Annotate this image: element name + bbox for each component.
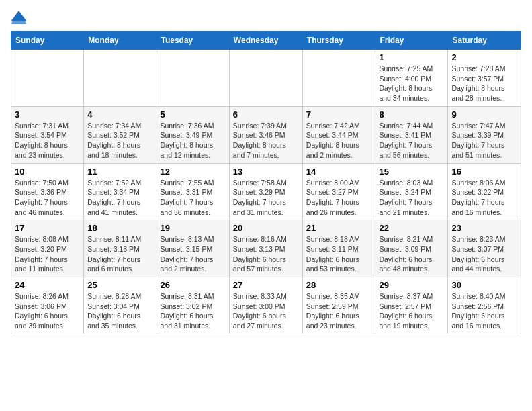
- day-cell: 6Sunrise: 7:39 AM Sunset: 3:46 PM Daylig…: [229, 106, 302, 163]
- day-info: Sunrise: 8:28 AM Sunset: 3:04 PM Dayligh…: [87, 291, 152, 331]
- day-info: Sunrise: 7:50 AM Sunset: 3:36 PM Dayligh…: [15, 178, 80, 218]
- day-number: 2: [451, 52, 517, 62]
- day-cell: 25Sunrise: 8:28 AM Sunset: 3:04 PM Dayli…: [84, 277, 157, 334]
- day-cell: 20Sunrise: 8:16 AM Sunset: 3:13 PM Dayli…: [229, 220, 302, 277]
- day-info: Sunrise: 7:55 AM Sunset: 3:31 PM Dayligh…: [161, 178, 226, 218]
- svg-marker-1: [11, 16, 26, 24]
- day-info: Sunrise: 8:31 AM Sunset: 3:02 PM Dayligh…: [161, 291, 226, 331]
- day-cell: [157, 50, 229, 107]
- day-number: 29: [379, 280, 444, 290]
- day-info: Sunrise: 7:52 AM Sunset: 3:34 PM Dayligh…: [87, 178, 152, 218]
- day-cell: 21Sunrise: 8:18 AM Sunset: 3:11 PM Dayli…: [302, 220, 375, 277]
- day-info: Sunrise: 8:21 AM Sunset: 3:09 PM Dayligh…: [379, 234, 444, 274]
- column-header-sunday: Sunday: [11, 32, 84, 50]
- day-number: 26: [161, 280, 226, 290]
- day-cell: 22Sunrise: 8:21 AM Sunset: 3:09 PM Dayli…: [375, 220, 448, 277]
- day-cell: 29Sunrise: 8:37 AM Sunset: 2:57 PM Dayli…: [375, 277, 448, 334]
- day-info: Sunrise: 7:47 AM Sunset: 3:39 PM Dayligh…: [451, 121, 517, 161]
- day-info: Sunrise: 8:08 AM Sunset: 3:20 PM Dayligh…: [15, 234, 80, 274]
- page-header: [11, 11, 521, 24]
- day-number: 7: [306, 109, 372, 120]
- day-cell: 12Sunrise: 7:55 AM Sunset: 3:31 PM Dayli…: [157, 163, 229, 220]
- column-header-friday: Friday: [375, 32, 448, 50]
- day-number: 21: [306, 223, 372, 233]
- day-cell: 24Sunrise: 8:26 AM Sunset: 3:06 PM Dayli…: [11, 277, 84, 334]
- day-info: Sunrise: 8:37 AM Sunset: 2:57 PM Dayligh…: [379, 291, 444, 331]
- day-cell: 11Sunrise: 7:52 AM Sunset: 3:34 PM Dayli…: [84, 163, 157, 220]
- day-info: Sunrise: 8:40 AM Sunset: 2:56 PM Dayligh…: [451, 291, 517, 331]
- day-cell: 15Sunrise: 8:03 AM Sunset: 3:24 PM Dayli…: [375, 163, 448, 220]
- day-number: 16: [451, 167, 517, 177]
- day-cell: [302, 50, 375, 107]
- day-info: Sunrise: 8:26 AM Sunset: 3:06 PM Dayligh…: [15, 291, 80, 331]
- day-cell: 10Sunrise: 7:50 AM Sunset: 3:36 PM Dayli…: [11, 163, 84, 220]
- day-cell: [11, 50, 84, 107]
- day-info: Sunrise: 7:31 AM Sunset: 3:54 PM Dayligh…: [15, 121, 80, 161]
- day-info: Sunrise: 7:36 AM Sunset: 3:49 PM Dayligh…: [161, 121, 226, 161]
- day-number: 27: [233, 280, 299, 290]
- calendar-table: SundayMondayTuesdayWednesdayThursdayFrid…: [11, 31, 521, 334]
- day-info: Sunrise: 7:44 AM Sunset: 3:41 PM Dayligh…: [379, 121, 444, 161]
- day-number: 10: [15, 167, 80, 177]
- day-cell: 3Sunrise: 7:31 AM Sunset: 3:54 PM Daylig…: [11, 106, 84, 163]
- day-number: 19: [161, 223, 226, 233]
- day-number: 12: [161, 167, 226, 177]
- week-row-1: 1Sunrise: 7:25 AM Sunset: 4:00 PM Daylig…: [11, 50, 521, 107]
- day-number: 8: [379, 109, 444, 120]
- day-cell: 14Sunrise: 8:00 AM Sunset: 3:27 PM Dayli…: [302, 163, 375, 220]
- day-number: 6: [233, 109, 299, 120]
- day-cell: 4Sunrise: 7:34 AM Sunset: 3:52 PM Daylig…: [84, 106, 157, 163]
- day-number: 30: [451, 280, 517, 290]
- day-number: 1: [379, 52, 444, 62]
- day-number: 23: [451, 223, 517, 233]
- day-info: Sunrise: 8:23 AM Sunset: 3:07 PM Dayligh…: [451, 234, 517, 274]
- day-number: 18: [87, 223, 152, 233]
- day-cell: 26Sunrise: 8:31 AM Sunset: 3:02 PM Dayli…: [157, 277, 229, 334]
- calendar-header-row: SundayMondayTuesdayWednesdayThursdayFrid…: [11, 32, 521, 50]
- day-cell: 18Sunrise: 8:11 AM Sunset: 3:18 PM Dayli…: [84, 220, 157, 277]
- week-row-2: 3Sunrise: 7:31 AM Sunset: 3:54 PM Daylig…: [11, 106, 521, 163]
- day-number: 9: [451, 109, 517, 120]
- day-info: Sunrise: 8:18 AM Sunset: 3:11 PM Dayligh…: [306, 234, 372, 274]
- day-cell: 13Sunrise: 7:58 AM Sunset: 3:29 PM Dayli…: [229, 163, 302, 220]
- day-number: 17: [15, 223, 80, 233]
- day-number: 5: [161, 109, 226, 120]
- day-number: 22: [379, 223, 444, 233]
- day-info: Sunrise: 8:16 AM Sunset: 3:13 PM Dayligh…: [233, 234, 299, 274]
- day-number: 28: [306, 280, 372, 290]
- day-cell: 28Sunrise: 8:35 AM Sunset: 2:59 PM Dayli…: [302, 277, 375, 334]
- column-header-tuesday: Tuesday: [157, 32, 229, 50]
- column-header-wednesday: Wednesday: [229, 32, 302, 50]
- week-row-4: 17Sunrise: 8:08 AM Sunset: 3:20 PM Dayli…: [11, 220, 521, 277]
- column-header-thursday: Thursday: [302, 32, 375, 50]
- day-cell: 5Sunrise: 7:36 AM Sunset: 3:49 PM Daylig…: [157, 106, 229, 163]
- day-info: Sunrise: 8:00 AM Sunset: 3:27 PM Dayligh…: [306, 178, 372, 218]
- logo: [11, 11, 30, 24]
- column-header-saturday: Saturday: [448, 32, 521, 50]
- column-header-monday: Monday: [84, 32, 157, 50]
- day-cell: 1Sunrise: 7:25 AM Sunset: 4:00 PM Daylig…: [375, 50, 448, 107]
- day-info: Sunrise: 7:25 AM Sunset: 4:00 PM Dayligh…: [379, 64, 444, 103]
- day-number: 14: [306, 167, 372, 177]
- day-info: Sunrise: 7:39 AM Sunset: 3:46 PM Dayligh…: [233, 121, 299, 161]
- day-info: Sunrise: 7:28 AM Sunset: 3:57 PM Dayligh…: [451, 64, 517, 103]
- day-number: 25: [87, 280, 152, 290]
- day-number: 24: [15, 280, 80, 290]
- day-info: Sunrise: 8:13 AM Sunset: 3:15 PM Dayligh…: [161, 234, 226, 274]
- day-cell: 27Sunrise: 8:33 AM Sunset: 3:00 PM Dayli…: [229, 277, 302, 334]
- day-info: Sunrise: 7:34 AM Sunset: 3:52 PM Dayligh…: [87, 121, 152, 161]
- day-cell: 17Sunrise: 8:08 AM Sunset: 3:20 PM Dayli…: [11, 220, 84, 277]
- day-number: 13: [233, 167, 299, 177]
- day-cell: 7Sunrise: 7:42 AM Sunset: 3:44 PM Daylig…: [302, 106, 375, 163]
- logo-icon: [11, 11, 27, 24]
- day-cell: [229, 50, 302, 107]
- day-cell: [84, 50, 157, 107]
- day-cell: 2Sunrise: 7:28 AM Sunset: 3:57 PM Daylig…: [448, 50, 521, 107]
- day-cell: 23Sunrise: 8:23 AM Sunset: 3:07 PM Dayli…: [448, 220, 521, 277]
- day-number: 20: [233, 223, 299, 233]
- day-number: 3: [15, 109, 80, 120]
- day-info: Sunrise: 7:58 AM Sunset: 3:29 PM Dayligh…: [233, 178, 299, 218]
- day-cell: 16Sunrise: 8:06 AM Sunset: 3:22 PM Dayli…: [448, 163, 521, 220]
- day-cell: 19Sunrise: 8:13 AM Sunset: 3:15 PM Dayli…: [157, 220, 229, 277]
- day-info: Sunrise: 8:03 AM Sunset: 3:24 PM Dayligh…: [379, 178, 444, 218]
